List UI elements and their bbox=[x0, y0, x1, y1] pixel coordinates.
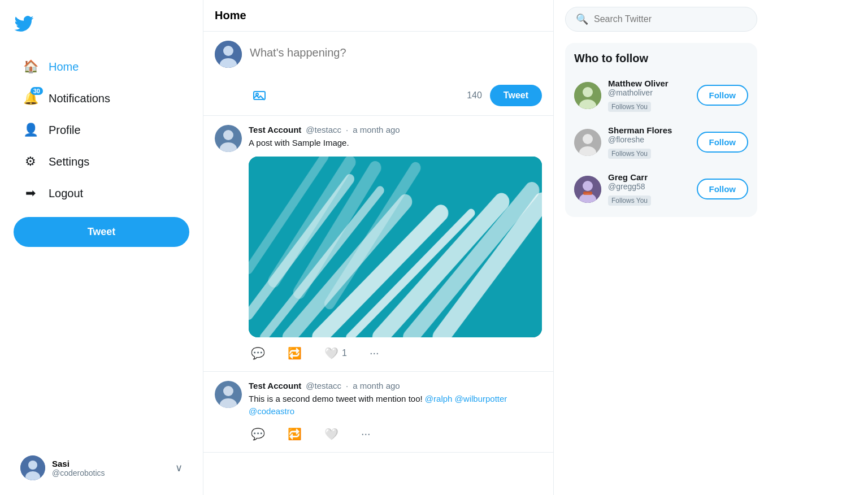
follow-user-name: Matthew Oliver bbox=[608, 79, 690, 88]
user-handle: @coderobotics bbox=[52, 468, 105, 477]
like-count: 1 bbox=[342, 348, 347, 358]
compose-actions: 140 Tweet bbox=[250, 85, 542, 106]
search-bar[interactable]: 🔍 bbox=[565, 7, 757, 32]
search-input[interactable] bbox=[594, 14, 747, 24]
reply-button[interactable]: 💬 bbox=[249, 425, 267, 443]
follow-suggestion-item: Greg Carr @gregg58 Follows You Follow bbox=[565, 166, 757, 212]
follow-user-name: Sherman Flores bbox=[608, 125, 690, 135]
tweet-body: Test Account @testacc · a month ago A po… bbox=[249, 125, 542, 362]
follow-suggestion-item: Sherman Flores @floreshe Follows You Fol… bbox=[565, 119, 757, 166]
tweet-header: Test Account @testacc · a month ago bbox=[249, 381, 542, 390]
right-sidebar: 🔍 Who to follow Matthew Oliver @matholiv… bbox=[554, 0, 769, 495]
retweet-icon: 🔁 bbox=[288, 427, 302, 441]
reply-icon: 💬 bbox=[251, 427, 265, 441]
reply-button[interactable]: 💬 bbox=[249, 344, 267, 362]
svg-point-4 bbox=[223, 46, 233, 56]
follow-meta: @matholiver Follows You bbox=[608, 88, 690, 112]
notifications-badge: 30 bbox=[31, 87, 43, 95]
tweet-image bbox=[249, 157, 542, 337]
more-icon: ··· bbox=[361, 427, 371, 440]
heart-icon: 🤍 bbox=[324, 427, 338, 441]
svg-point-9 bbox=[223, 130, 233, 140]
like-button[interactable]: 🤍 1 bbox=[322, 344, 349, 362]
tweet-author-avatar bbox=[215, 381, 242, 408]
follow-meta: @floreshe Follows You bbox=[608, 135, 690, 159]
main-feed: Home 140 Tweet bbox=[203, 0, 554, 495]
tweet-item: Test Account @testacc · a month ago This… bbox=[203, 372, 553, 453]
tweet-separator: · bbox=[346, 381, 348, 390]
sidebar-user: Sasi @coderobotics bbox=[20, 455, 105, 480]
tweet-mention: @wilburpotter bbox=[455, 394, 507, 403]
follows-you-badge: Follows You bbox=[608, 149, 651, 159]
follow-handle: @matholiver bbox=[608, 88, 653, 97]
tweet-text: A post with Sample Image. bbox=[249, 137, 542, 150]
tweet-image-canvas bbox=[249, 157, 542, 337]
tweet-timestamp: · bbox=[346, 125, 348, 134]
tweet-body: Test Account @testacc · a month ago This… bbox=[249, 381, 542, 443]
follow-suggestion-item: Matthew Oliver @matholiver Follows You F… bbox=[565, 72, 757, 119]
retweet-icon: 🔁 bbox=[288, 346, 302, 360]
tweet-author-handle: @testacc bbox=[306, 125, 341, 134]
tweet-item: Test Account @testacc · a month ago A po… bbox=[203, 116, 553, 372]
tweet-time: a month ago bbox=[353, 381, 400, 390]
compose-box: 140 Tweet bbox=[203, 32, 553, 116]
retweet-button[interactable]: 🔁 bbox=[285, 425, 304, 443]
more-icon: ··· bbox=[370, 346, 379, 359]
compose-right-actions: 140 Tweet bbox=[467, 85, 542, 106]
tweet-header: Test Account @testacc · a month ago bbox=[249, 125, 542, 134]
user-account-menu[interactable]: Sasi @coderobotics ∨ bbox=[14, 450, 189, 486]
add-media-button[interactable] bbox=[250, 86, 269, 105]
tweet-text: This is a second demo tweet with mention… bbox=[249, 393, 542, 418]
follow-meta: @gregg58 Follows You bbox=[608, 182, 690, 206]
tweet-mention: @ralph bbox=[425, 394, 453, 403]
svg-point-15 bbox=[583, 87, 593, 97]
sidebar-item-notifications[interactable]: 🔔 30 Notifications bbox=[14, 84, 189, 113]
sidebar-item-home[interactable]: 🏠 Home bbox=[14, 52, 189, 81]
sidebar-item-label: Home bbox=[49, 60, 79, 73]
heart-icon: 🤍 bbox=[324, 346, 338, 360]
who-to-follow-panel: Who to follow Matthew Oliver @matholiver… bbox=[565, 43, 757, 217]
avatar bbox=[20, 455, 45, 480]
sidebar-item-label: Profile bbox=[49, 124, 81, 137]
follow-handle: @gregg58 bbox=[608, 182, 645, 191]
feed-title: Home bbox=[203, 0, 553, 32]
sidebar-item-label: Logout bbox=[49, 187, 83, 200]
tweet-submit-button[interactable]: Tweet bbox=[490, 85, 542, 106]
compose-avatar bbox=[215, 41, 242, 68]
search-icon: 🔍 bbox=[576, 13, 588, 25]
reply-icon: 💬 bbox=[251, 346, 265, 360]
main-nav: 🏠 Home 🔔 30 Notifications 👤 Profile ⚙ Se… bbox=[14, 52, 189, 210]
follow-user-name: Greg Carr bbox=[608, 172, 690, 182]
more-button[interactable]: ··· bbox=[367, 344, 381, 362]
tweet-button[interactable]: Tweet bbox=[14, 217, 189, 247]
follow-button[interactable]: Follow bbox=[697, 132, 749, 153]
sidebar-item-settings[interactable]: ⚙ Settings bbox=[14, 147, 189, 176]
chevron-down-icon: ∨ bbox=[175, 462, 183, 474]
retweet-button[interactable]: 🔁 bbox=[285, 344, 304, 362]
follow-info: Sherman Flores @floreshe Follows You bbox=[608, 125, 690, 159]
notifications-icon: 🔔 30 bbox=[23, 90, 38, 106]
more-button[interactable]: ··· bbox=[359, 425, 373, 442]
sidebar-item-profile[interactable]: 👤 Profile bbox=[14, 115, 189, 145]
follow-avatar bbox=[574, 176, 601, 203]
who-to-follow-title: Who to follow bbox=[565, 52, 757, 72]
compose-input[interactable] bbox=[250, 41, 542, 78]
follows-you-badge: Follows You bbox=[608, 102, 651, 112]
char-count: 140 bbox=[467, 90, 482, 101]
follows-you-badge: Follows You bbox=[608, 196, 651, 206]
follow-button[interactable]: Follow bbox=[697, 179, 749, 199]
like-button[interactable]: 🤍 bbox=[322, 425, 341, 443]
tweet-time: a month ago bbox=[353, 125, 400, 134]
home-icon: 🏠 bbox=[23, 59, 38, 75]
follow-info: Matthew Oliver @matholiver Follows You bbox=[608, 79, 690, 112]
tweet-author-avatar bbox=[215, 125, 242, 152]
tweet-author-name: Test Account bbox=[249, 125, 301, 134]
tweet-author-name: Test Account bbox=[249, 381, 301, 390]
logout-icon: ➡ bbox=[23, 185, 38, 201]
compose-right: 140 Tweet bbox=[250, 41, 542, 106]
follow-button[interactable]: Follow bbox=[697, 85, 749, 106]
settings-icon: ⚙ bbox=[23, 154, 38, 170]
tweet-actions: 💬 🔁 🤍 1 ··· bbox=[249, 344, 542, 362]
sidebar-item-logout[interactable]: ➡ Logout bbox=[14, 179, 189, 208]
follow-handle: @floreshe bbox=[608, 135, 644, 144]
